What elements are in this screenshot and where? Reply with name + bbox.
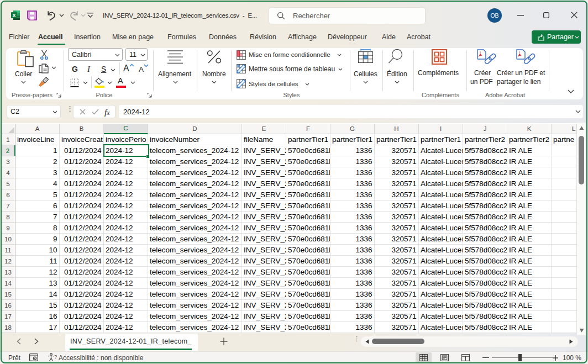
svg-text:?: ? xyxy=(54,354,57,360)
svg-text:X: X xyxy=(12,13,15,18)
